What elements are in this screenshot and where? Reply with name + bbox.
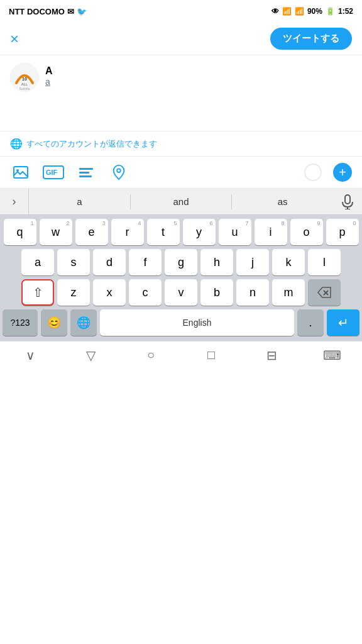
shift-button[interactable]: ⇧ <box>21 279 54 306</box>
key-d[interactable]: d <box>93 249 126 275</box>
key-m[interactable]: m <box>272 279 305 306</box>
compose-toolbar: GIF + <box>0 156 362 189</box>
emoji-icon: 😊 <box>47 316 61 330</box>
keyboard-row-2: a s d f g h j k l <box>3 249 359 275</box>
navigation-bar: ∨ ▽ ○ □ ⊟ ⌨ <box>0 341 362 369</box>
svg-point-11 <box>117 169 121 172</box>
suggestion-item-as[interactable]: as <box>232 189 333 215</box>
period-button[interactable]: . <box>297 309 324 336</box>
poll-button[interactable] <box>75 162 97 183</box>
key-y[interactable]: 6y <box>183 219 216 245</box>
username-handle: a <box>45 77 352 87</box>
key-k[interactable]: k <box>272 249 305 275</box>
add-content-button[interactable]: + <box>333 163 352 182</box>
key-o[interactable]: 9o <box>290 219 323 245</box>
battery-text: 90% <box>307 7 322 16</box>
key-l[interactable]: l <box>308 249 341 275</box>
avatar-svg: 10 ALL Surlofia <box>10 63 39 92</box>
poll-icon <box>78 164 94 180</box>
emoji-button[interactable]: 😊 <box>41 309 67 336</box>
chevron-button[interactable]: › <box>0 189 29 215</box>
suggestion-bar: › a and as <box>0 189 362 215</box>
svg-rect-8 <box>79 168 93 170</box>
key-z[interactable]: z <box>57 279 90 306</box>
signal-icon: 📶 <box>295 7 304 16</box>
mic-button[interactable] <box>333 189 362 215</box>
status-carrier: NTT DOCOMO ✉ 🐦 <box>9 7 87 16</box>
status-bar: NTT DOCOMO ✉ 🐦 👁 📶 📶 90% 🔋 1:52 <box>0 0 362 23</box>
key-s[interactable]: s <box>57 249 90 275</box>
key-e[interactable]: 3e <box>75 219 108 245</box>
keyboard-row-3: ⇧ z x c v b n m <box>3 279 359 306</box>
nav-collapse-button[interactable]: ∨ <box>16 341 44 369</box>
svg-rect-12 <box>345 195 350 204</box>
home-circle-icon: ○ <box>147 348 155 362</box>
nav-back-button[interactable]: ▽ <box>77 341 104 369</box>
key-c[interactable]: c <box>129 279 162 306</box>
status-icons: 👁 📶 📶 90% 🔋 1:52 <box>272 7 353 16</box>
backspace-button[interactable] <box>308 279 341 306</box>
key-x[interactable]: x <box>93 279 126 306</box>
key-n[interactable]: n <box>236 279 269 306</box>
key-v[interactable]: v <box>165 279 197 306</box>
svg-rect-4 <box>14 167 28 178</box>
location-icon <box>111 164 126 180</box>
keyboard: 1q 2w 3e 4r 5t 6y 7u 8i 9o 0p a s d f g … <box>0 215 362 341</box>
key-p[interactable]: 0p <box>326 219 359 245</box>
keyboard-row-1: 1q 2w 3e 4r 5t 6y 7u 8i 9o 0p <box>3 219 359 245</box>
mic-icon <box>341 194 354 209</box>
svg-text:GIF: GIF <box>46 169 58 176</box>
svg-text:10: 10 <box>22 77 27 81</box>
shift-icon: ⇧ <box>33 285 43 300</box>
nav-menu-button[interactable]: ⊟ <box>258 341 285 369</box>
keyboard-icon: ⌨ <box>323 348 341 363</box>
svg-text:ALL: ALL <box>21 82 28 86</box>
key-i[interactable]: 8i <box>255 219 287 245</box>
reply-info-bar[interactable]: 🌐 すべてのアカウントが返信できます <box>0 131 362 156</box>
enter-icon: ↵ <box>338 315 349 330</box>
location-button[interactable] <box>108 162 129 183</box>
key-q[interactable]: 1q <box>4 219 36 245</box>
key-f[interactable]: f <box>129 249 162 275</box>
tweet-body: 10 ALL Surlofia A a <box>0 55 362 131</box>
key-u[interactable]: 7u <box>219 219 251 245</box>
backspace-icon <box>317 287 331 298</box>
suggestions-list: a and as <box>29 189 333 215</box>
symbols-button[interactable]: ?123 <box>3 309 38 336</box>
twitter-icon: 🐦 <box>77 7 87 16</box>
language-button[interactable]: 🌐 <box>70 309 97 336</box>
key-a[interactable]: a <box>21 249 54 275</box>
key-b[interactable]: b <box>200 279 233 306</box>
gif-icon: GIF <box>43 165 64 179</box>
nav-keyboard-button[interactable]: ⌨ <box>318 341 346 369</box>
key-w[interactable]: 2w <box>40 219 72 245</box>
character-count <box>304 164 322 181</box>
tweet-content-area[interactable]: A a <box>45 63 352 123</box>
enter-button[interactable]: ↵ <box>327 309 359 336</box>
svg-rect-10 <box>79 175 92 177</box>
plus-icon: + <box>339 165 346 180</box>
globe-keyboard-icon: 🌐 <box>77 316 90 330</box>
key-h[interactable]: h <box>200 249 233 275</box>
key-j[interactable]: j <box>236 249 269 275</box>
nav-recent-button[interactable]: □ <box>197 341 225 369</box>
triangle-down-icon: ▽ <box>86 348 96 363</box>
battery-icon: 🔋 <box>326 7 335 16</box>
key-r[interactable]: 4r <box>111 219 144 245</box>
eye-icon: 👁 <box>272 7 279 16</box>
key-g[interactable]: g <box>165 249 197 275</box>
key-t[interactable]: 5t <box>147 219 180 245</box>
space-button[interactable]: English <box>100 309 294 336</box>
user-info: A a <box>45 65 352 87</box>
suggestion-item-and[interactable]: and <box>131 189 232 215</box>
wifi-icon: 📶 <box>282 7 292 16</box>
gif-button[interactable]: GIF <box>43 162 64 183</box>
chevron-icon: › <box>13 195 16 208</box>
image-button[interactable] <box>10 162 31 183</box>
close-button[interactable]: × <box>10 31 19 47</box>
tweet-submit-button[interactable]: ツイートする <box>270 28 352 50</box>
suggestion-item-a[interactable]: a <box>29 189 130 215</box>
square-icon: □ <box>207 348 215 362</box>
avatar: 10 ALL Surlofia <box>10 63 39 92</box>
nav-home-button[interactable]: ○ <box>137 341 165 369</box>
